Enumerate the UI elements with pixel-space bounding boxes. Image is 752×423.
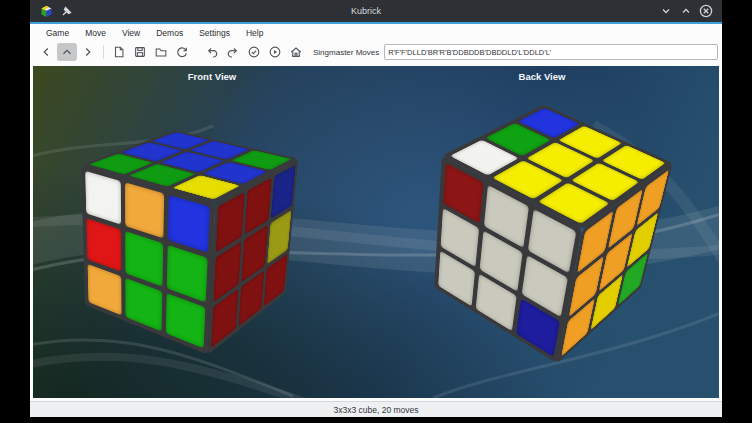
- maximize-button[interactable]: [678, 3, 694, 19]
- facelet[interactable]: [168, 195, 211, 253]
- titlebar[interactable]: Kubrick: [30, 0, 722, 22]
- facelet[interactable]: [88, 264, 122, 316]
- facelet[interactable]: [86, 219, 121, 272]
- menu-move[interactable]: Move: [77, 28, 114, 38]
- facelet[interactable]: [267, 210, 291, 264]
- menu-settings[interactable]: Settings: [191, 28, 238, 38]
- pin-icon[interactable]: [58, 3, 74, 19]
- window-title: Kubrick: [76, 6, 656, 16]
- facelet[interactable]: [166, 245, 207, 302]
- go-up-icon[interactable]: [57, 43, 77, 61]
- menu-view[interactable]: View: [114, 28, 148, 38]
- singmaster-moves-label: Singmaster Moves: [313, 48, 379, 57]
- front-cube[interactable]: [115, 158, 265, 308]
- go-next-icon[interactable]: [78, 43, 98, 61]
- open-folder-icon[interactable]: [151, 43, 171, 61]
- close-button[interactable]: [698, 3, 714, 19]
- menu-help[interactable]: Help: [238, 28, 271, 38]
- facelet[interactable]: [125, 231, 162, 286]
- reload-icon[interactable]: [172, 43, 192, 61]
- facelet[interactable]: [271, 165, 296, 219]
- back-cube[interactable]: [475, 152, 625, 302]
- kubrick-window: Kubrick Game Move View Demos Settings: [30, 0, 722, 417]
- status-text: 3x3x3 cube, 20 moves: [333, 405, 418, 415]
- apply-check-icon[interactable]: [244, 43, 264, 61]
- undo-icon[interactable]: [202, 43, 222, 61]
- new-puzzle-icon[interactable]: [109, 43, 129, 61]
- cube-viewport[interactable]: Front View Back View: [33, 66, 719, 398]
- toolbar: Singmaster Moves: [30, 41, 722, 63]
- menu-demos[interactable]: Demos: [148, 28, 191, 38]
- back-view-label: Back View: [519, 71, 566, 82]
- toolbar-separator: [103, 45, 104, 59]
- facelet[interactable]: [125, 182, 164, 238]
- front-view-label: Front View: [188, 71, 236, 82]
- facelet[interactable]: [85, 171, 121, 225]
- go-previous-icon[interactable]: [36, 43, 56, 61]
- app-icon: [38, 3, 54, 19]
- menu-game[interactable]: Game: [38, 28, 77, 38]
- play-icon[interactable]: [265, 43, 285, 61]
- viewport-frame: Front View Back View: [30, 63, 722, 401]
- facelet[interactable]: [126, 278, 162, 332]
- minimize-button[interactable]: [658, 3, 674, 19]
- redo-icon[interactable]: [223, 43, 243, 61]
- save-icon[interactable]: [130, 43, 150, 61]
- home-icon[interactable]: [286, 43, 306, 61]
- facelet[interactable]: [165, 293, 205, 349]
- singmaster-moves-input[interactable]: [384, 44, 718, 60]
- statusbar: 3x3x3 cube, 20 moves: [30, 401, 722, 417]
- screen: Kubrick Game Move View Demos Settings: [0, 0, 752, 423]
- menubar: Game Move View Demos Settings Help: [30, 24, 722, 41]
